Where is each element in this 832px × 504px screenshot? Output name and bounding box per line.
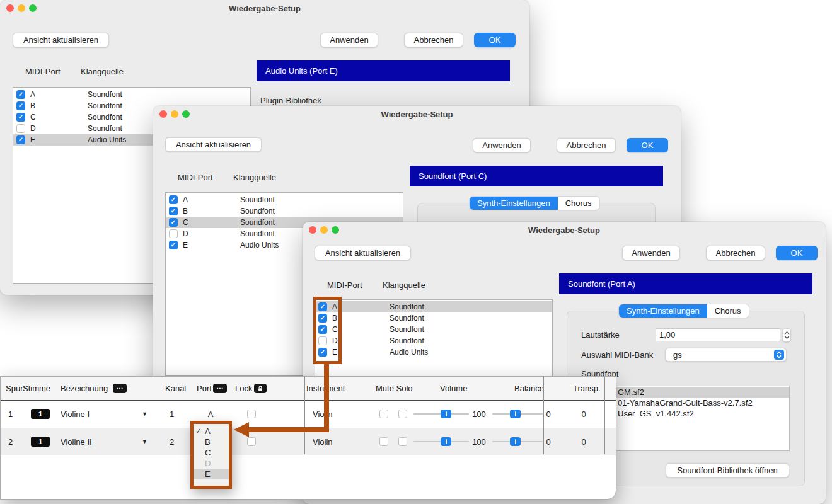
mute-checkbox[interactable] (379, 410, 388, 418)
volume-input[interactable]: 1,00 (656, 328, 780, 341)
port-enabled-checkbox[interactable] (169, 218, 178, 227)
close-icon[interactable] (6, 4, 14, 12)
port-menu-label: E (205, 469, 211, 479)
close-icon[interactable] (309, 226, 316, 234)
port-enabled-checkbox[interactable] (169, 207, 178, 215)
stimme-badge[interactable]: 1 (31, 437, 50, 447)
cancel-button[interactable]: Abbrechen (706, 246, 765, 260)
column-header-midi-port: MIDI-Port (178, 173, 213, 182)
mute-checkbox[interactable] (379, 437, 388, 446)
screen: Wiedergabe-Setup Ansicht aktualisieren A… (0, 0, 832, 504)
port-more-button[interactable]: ⋯ (213, 384, 227, 393)
midi-port-row[interactable]: DSoundfont (315, 335, 552, 346)
annotation-line-vertical (324, 363, 329, 430)
minimize-icon[interactable] (320, 226, 328, 234)
port-source: Soundfont (240, 228, 275, 239)
tab-synth-einstellungen[interactable]: Synth-Einstellungen (470, 197, 558, 210)
plugin-library-label: Plugin-Bibliothek (260, 96, 321, 105)
port-source: Soundfont (390, 324, 424, 335)
midi-port-row[interactable]: ASoundfont (13, 89, 250, 100)
midi-port-row[interactable]: EAudio Units (315, 346, 552, 358)
mixer-row-1: 1 1 Violine I ▼ 1 A Violin 100 0 0 (1, 401, 616, 428)
close-icon[interactable] (159, 110, 167, 118)
bezeichnung-dropdown-icon[interactable]: ▼ (142, 411, 147, 417)
midi-port-row[interactable]: BSoundfont (315, 312, 552, 324)
apply-button[interactable]: Anwenden (473, 138, 531, 152)
titlebar[interactable]: Wiedergabe-Setup (0, 0, 529, 17)
port-source: Audio Units (240, 239, 279, 251)
lock-checkbox[interactable] (247, 437, 256, 446)
bezeichnung-dropdown-icon[interactable]: ▼ (142, 438, 147, 445)
volume-slider-thumb[interactable] (441, 437, 451, 446)
volume-stepper[interactable] (782, 328, 791, 342)
bezeichnung-cell[interactable]: Violine I (61, 401, 90, 428)
ok-button[interactable]: OK (776, 246, 818, 260)
zoom-icon[interactable] (182, 110, 190, 118)
bezeichnung-cell[interactable]: Violine II (61, 428, 92, 455)
apply-button[interactable]: Anwenden (320, 33, 378, 47)
zoom-icon[interactable] (29, 4, 37, 12)
port-enabled-checkbox[interactable] (16, 113, 25, 122)
header-lock: Lock (235, 384, 252, 393)
instrument-cell: Violin (313, 428, 333, 455)
refresh-view-button[interactable]: Ansicht aktualisieren (315, 246, 411, 260)
port-enabled-checkbox[interactable] (16, 135, 25, 144)
header-stimme: Stimme (23, 384, 50, 393)
ok-button[interactable]: OK (474, 33, 516, 47)
port-menu-item-c[interactable]: C (194, 447, 229, 458)
port-source: Soundfont (88, 100, 122, 112)
port-menu-item-b[interactable]: B (194, 437, 229, 447)
tab-chorus[interactable]: Chorus (558, 197, 599, 210)
port-enabled-checkbox[interactable] (169, 241, 178, 249)
port-enabled-checkbox[interactable] (169, 229, 178, 238)
lock-checkbox[interactable] (247, 410, 256, 418)
open-soundfont-library-button[interactable]: Soundfont-Bibliothek öffnen (666, 463, 789, 478)
minimize-icon[interactable] (171, 110, 178, 118)
port-enabled-checkbox[interactable] (169, 195, 178, 204)
port-menu-label: A (205, 427, 211, 436)
port-menu-item-a[interactable]: ✓A (194, 426, 229, 437)
refresh-view-button[interactable]: Ansicht aktualisieren (13, 33, 109, 47)
panel-header: Soundfont (Port A) (559, 273, 812, 294)
solo-checkbox[interactable] (398, 437, 407, 446)
titlebar[interactable]: Wiedergabe-Setup (153, 106, 681, 123)
panel-header: Audio Units (Port E) (257, 60, 510, 81)
tab-synth-einstellungen[interactable]: Synth-Einstellungen (619, 304, 707, 318)
tab-chorus[interactable]: Chorus (707, 304, 749, 318)
select-arrows-icon (774, 350, 784, 360)
port-letter: E (30, 134, 35, 146)
port-source: Soundfont (240, 194, 275, 205)
lock-all-button[interactable] (254, 384, 267, 393)
mixer-header: Spur Stimme Bezeichnung ⋯ Kanal Port ⋯ L… (1, 377, 616, 401)
solo-checkbox[interactable] (398, 410, 407, 418)
titlebar[interactable]: Wiedergabe-Setup (303, 222, 826, 239)
port-enabled-checkbox[interactable] (16, 101, 25, 110)
chevron-down-icon (784, 335, 790, 339)
midi-port-row[interactable]: CSoundfont (315, 324, 552, 335)
zoom-icon[interactable] (332, 226, 339, 234)
spur-cell: 2 (8, 428, 13, 455)
midi-port-row[interactable]: ASoundfont (315, 301, 552, 312)
midi-port-row[interactable]: BSoundfont (166, 205, 403, 217)
apply-button[interactable]: Anwenden (622, 246, 680, 260)
minimize-icon[interactable] (18, 4, 25, 12)
refresh-view-button[interactable]: Ansicht aktualisieren (165, 137, 262, 152)
port-enabled-checkbox[interactable] (16, 124, 25, 133)
midi-bank-select[interactable]: gs (665, 348, 787, 362)
ok-button[interactable]: OK (627, 138, 668, 152)
cancel-button[interactable]: Abbrechen (557, 138, 616, 152)
midi-port-row[interactable]: ASoundfont (166, 194, 403, 205)
volume-slider-thumb[interactable] (441, 410, 451, 418)
port-letter: C (183, 217, 188, 228)
stimme-badge[interactable]: 1 (31, 409, 50, 419)
balance-slider-thumb[interactable] (510, 410, 521, 418)
port-letter: B (30, 100, 35, 112)
port-dropdown-menu[interactable]: ✓ABCDE (190, 421, 232, 489)
port-enabled-checkbox[interactable] (16, 90, 25, 99)
port-menu-item-e[interactable]: E (194, 469, 229, 479)
annotation-arrow-icon (234, 422, 249, 437)
cancel-button[interactable]: Abbrechen (404, 33, 463, 47)
transp-value: 0 (575, 401, 592, 428)
bezeichnung-more-button[interactable]: ⋯ (113, 384, 127, 393)
balance-slider-thumb[interactable] (510, 437, 521, 446)
